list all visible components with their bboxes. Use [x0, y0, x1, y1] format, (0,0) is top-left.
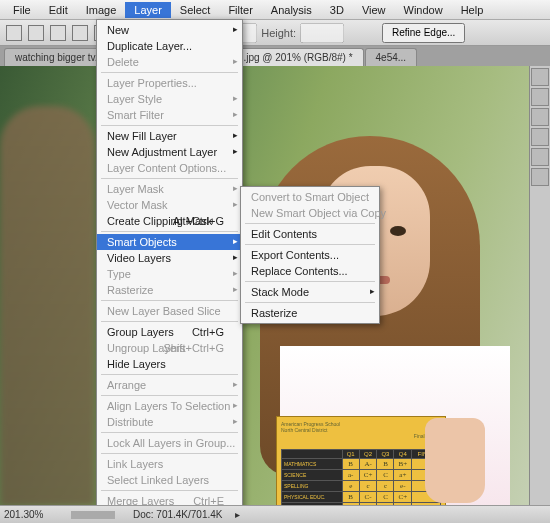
menu-item-type: Type — [97, 266, 242, 282]
girl-hand — [425, 418, 485, 503]
menu-image[interactable]: Image — [77, 2, 126, 18]
marquee-add-icon[interactable] — [50, 25, 66, 41]
menu-item-layer-properties-: Layer Properties... — [97, 75, 242, 91]
menu-layer[interactable]: Layer — [125, 2, 171, 18]
menu-item-align-layers-to-selection: Align Layers To Selection — [97, 398, 242, 414]
status-arrow-icon[interactable]: ▸ — [235, 509, 240, 520]
menu-3d[interactable]: 3D — [321, 2, 353, 18]
menu-item-group-layers[interactable]: Group LayersCtrl+G — [97, 324, 242, 340]
tool-move-icon[interactable] — [531, 68, 549, 86]
menu-analysis[interactable]: Analysis — [262, 2, 321, 18]
menu-item-hide-layers[interactable]: Hide Layers — [97, 356, 242, 372]
menu-item-arrange: Arrange — [97, 377, 242, 393]
status-doc: Doc: 701.4K/701.4K — [133, 509, 223, 520]
menu-item-select-linked-layers: Select Linked Layers — [97, 472, 242, 488]
status-zoom[interactable]: 201.30% — [4, 509, 59, 520]
tool-lasso-icon[interactable] — [531, 108, 549, 126]
menu-item-convert-to-smart-object: Convert to Smart Object — [241, 189, 379, 205]
layer-menu-dropdown: NewDuplicate Layer...DeleteLayer Propert… — [96, 19, 243, 523]
menu-item-replace-contents-[interactable]: Replace Contents... — [241, 263, 379, 279]
smart-objects-submenu: Convert to Smart ObjectNew Smart Object … — [240, 186, 380, 324]
report-title: Final Report — [281, 433, 441, 439]
tool-crop-icon[interactable] — [531, 148, 549, 166]
menu-item-stack-mode[interactable]: Stack Mode — [241, 284, 379, 300]
shortcut: Shift+Ctrl+G — [163, 342, 224, 354]
height-label: Height: — [261, 27, 296, 39]
menu-item-new[interactable]: New — [97, 22, 242, 38]
menu-item-rasterize[interactable]: Rasterize — [241, 305, 379, 321]
tool-icon[interactable] — [6, 25, 22, 41]
tool-wand-icon[interactable] — [531, 128, 549, 146]
document-tab[interactable]: 4e54... — [365, 48, 418, 66]
menu-item-export-contents-[interactable]: Export Contents... — [241, 247, 379, 263]
menu-item-duplicate-layer-[interactable]: Duplicate Layer... — [97, 38, 242, 54]
menu-file[interactable]: File — [4, 2, 40, 18]
menu-filter[interactable]: Filter — [219, 2, 261, 18]
menu-item-edit-contents[interactable]: Edit Contents — [241, 226, 379, 242]
menu-item-layer-mask: Layer Mask — [97, 181, 242, 197]
menu-select[interactable]: Select — [171, 2, 220, 18]
menu-view[interactable]: View — [353, 2, 395, 18]
menu-item-vector-mask: Vector Mask — [97, 197, 242, 213]
menu-item-rasterize: Rasterize — [97, 282, 242, 298]
eye-right — [390, 226, 406, 236]
menu-item-new-adjustment-layer[interactable]: New Adjustment Layer — [97, 144, 242, 160]
height-input — [300, 23, 344, 43]
menu-item-video-layers[interactable]: Video Layers — [97, 250, 242, 266]
status-slider[interactable] — [71, 511, 115, 519]
menu-item-delete: Delete — [97, 54, 242, 70]
tool-eyedrop-icon[interactable] — [531, 168, 549, 186]
refine-edge-button[interactable]: Refine Edge... — [382, 23, 465, 43]
menu-item-lock-all-layers-in-group-: Lock All Layers in Group... — [97, 435, 242, 451]
menu-item-layer-style: Layer Style — [97, 91, 242, 107]
right-toolbox — [529, 66, 550, 506]
menu-item-link-layers: Link Layers — [97, 456, 242, 472]
shortcut: Alt+Ctrl+G — [173, 215, 224, 227]
tool-marquee-icon[interactable] — [531, 88, 549, 106]
menu-item-new-fill-layer[interactable]: New Fill Layer — [97, 128, 242, 144]
menu-edit[interactable]: Edit — [40, 2, 77, 18]
menu-item-layer-content-options-: Layer Content Options... — [97, 160, 242, 176]
menu-window[interactable]: Window — [395, 2, 452, 18]
marquee-sub-icon[interactable] — [72, 25, 88, 41]
menu-help[interactable]: Help — [452, 2, 493, 18]
menu-item-ungroup-layers: Ungroup LayersShift+Ctrl+G — [97, 340, 242, 356]
person-blurred — [0, 106, 95, 506]
menu-item-create-clipping-mask[interactable]: Create Clipping MaskAlt+Ctrl+G — [97, 213, 242, 229]
menu-item-smart-filter: Smart Filter — [97, 107, 242, 123]
menu-item-new-smart-object-via-copy: New Smart Object via Copy — [241, 205, 379, 221]
menu-item-smart-objects[interactable]: Smart Objects — [97, 234, 242, 250]
shortcut: Ctrl+G — [192, 326, 224, 338]
menu-item-distribute: Distribute — [97, 414, 242, 430]
menu-item-new-layer-based-slice: New Layer Based Slice — [97, 303, 242, 319]
marquee-icon[interactable] — [28, 25, 44, 41]
